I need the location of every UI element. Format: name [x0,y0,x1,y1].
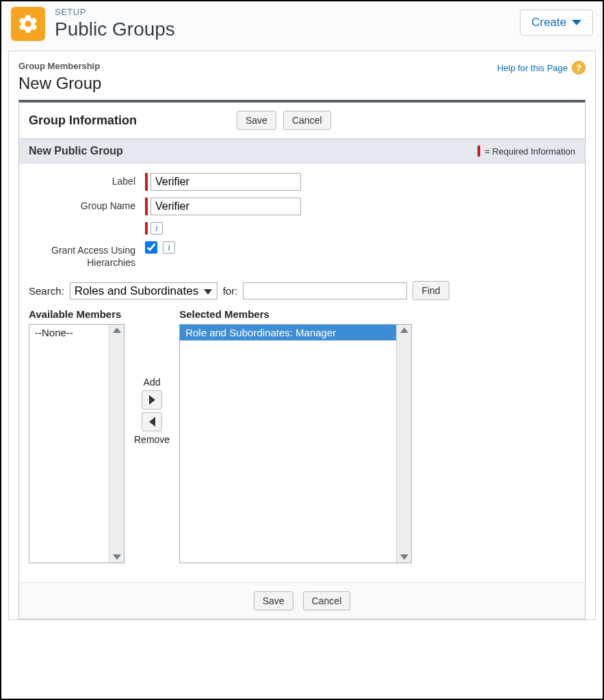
create-button-label: Create [531,16,566,29]
required-bar-icon [145,222,148,234]
scroll-up-icon [113,327,121,333]
scrollbar[interactable] [396,325,411,563]
setup-label: SETUP [55,7,520,17]
group-name-input[interactable] [150,198,301,215]
list-item[interactable]: --None-- [29,325,109,340]
scroll-up-icon [400,327,408,333]
section-title: New Group [18,74,101,93]
breadcrumb: Group Membership [18,61,101,71]
info-icon[interactable]: i [150,222,163,234]
search-label: Search: [29,285,64,297]
add-label: Add [144,377,161,388]
new-public-group-heading: New Public Group [29,145,477,157]
page-title: Public Groups [55,18,520,40]
required-info-text: = Required Information [484,146,575,157]
arrow-left-icon [149,417,155,427]
list-item[interactable]: Role and Subordinates: Manager [180,325,396,340]
scroll-down-icon [400,554,408,560]
available-members-title: Available Members [29,308,124,320]
selected-members-title: Selected Members [179,308,412,320]
setup-gear-icon [11,7,45,41]
help-for-this-page-link[interactable]: Help for this Page ? [497,61,586,75]
remove-label: Remove [134,434,170,445]
search-for-input[interactable] [243,282,407,299]
arrow-right-icon [149,395,155,405]
grant-access-label: Grant Access Using Hierarchies [29,241,145,269]
selected-members-listbox[interactable]: Role and Subordinates: Manager [179,324,412,563]
required-bar-icon [145,173,148,191]
find-button[interactable]: Find [412,281,449,300]
for-label: for: [223,285,238,297]
search-type-select[interactable]: Roles and Subordinates [70,282,218,299]
save-button[interactable]: Save [237,111,276,130]
group-information-heading: Group Information [29,113,234,128]
scroll-down-icon [113,554,121,560]
label-input[interactable] [150,173,301,191]
group-name-field-label: Group Name [29,198,145,211]
cancel-button[interactable]: Cancel [303,591,351,610]
caret-down-icon [572,20,581,25]
create-button[interactable]: Create [520,10,593,36]
help-icon: ? [572,61,586,75]
available-members-listbox[interactable]: --None-- [29,324,124,563]
required-bar-icon [145,198,148,215]
help-link-label: Help for this Page [497,63,568,73]
save-button[interactable]: Save [254,591,293,610]
cancel-button[interactable]: Cancel [283,111,331,130]
info-icon[interactable]: i [163,241,175,254]
remove-button[interactable] [142,412,162,431]
grant-access-checkbox[interactable] [145,241,157,254]
scrollbar[interactable] [109,325,124,563]
required-marker-icon [477,146,480,157]
add-button[interactable] [142,390,162,409]
label-field-label: Label [29,173,145,187]
